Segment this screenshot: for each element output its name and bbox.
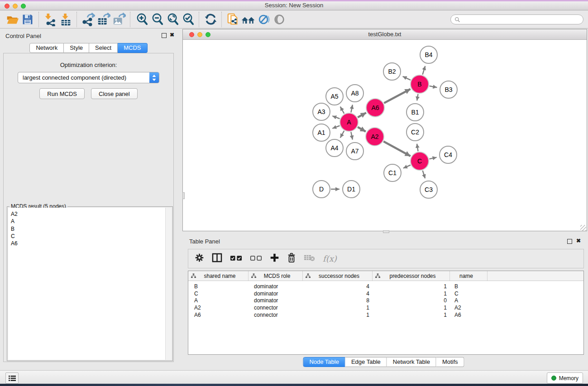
optimization-criterion-select[interactable]: largest connected component (directed) <box>18 72 159 83</box>
plus-icon <box>270 253 279 262</box>
mcds-result-list[interactable]: A2 A B C A6 <box>8 208 172 360</box>
float-table-panel-icon[interactable] <box>567 239 572 244</box>
show-columns-button[interactable] <box>212 253 222 264</box>
column-header-shared-name[interactable]: shared name <box>188 271 249 281</box>
tab-style[interactable]: Style <box>64 43 89 53</box>
graph-node-A3[interactable]: A3 <box>312 103 330 121</box>
table-row[interactable]: A6 connector 1 1 A6 <box>188 311 583 319</box>
graph-node-A6[interactable]: A6 <box>366 98 385 117</box>
graph-node-A5[interactable]: A5 <box>325 87 344 105</box>
duplicate-network-button[interactable] <box>225 12 241 27</box>
graph-node-B1[interactable]: B1 <box>406 103 424 121</box>
toolbar-separator <box>130 12 131 27</box>
import-network-icon <box>43 13 57 26</box>
tab-network-table[interactable]: Network Table <box>387 357 436 367</box>
float-panel-icon[interactable] <box>162 33 167 38</box>
run-mcds-button[interactable]: Run MCDS <box>39 88 85 99</box>
delete-column-button[interactable] <box>287 253 296 265</box>
hide-graphics-details-button[interactable] <box>256 12 272 27</box>
columns-icon <box>212 253 222 262</box>
result-scrollbar[interactable] <box>165 208 172 360</box>
graph-node-B4[interactable]: B4 <box>420 46 438 64</box>
column-header-predecessor-nodes[interactable]: predecessor nodes <box>373 271 450 281</box>
result-item[interactable]: C <box>8 233 172 240</box>
save-session-button[interactable] <box>20 12 35 27</box>
select-stepper-icon <box>149 72 159 83</box>
zoom-selected-icon <box>181 12 195 26</box>
graph-node-B[interactable]: B <box>410 75 429 94</box>
memory-button[interactable]: Memory <box>547 372 583 384</box>
result-item[interactable]: A6 <box>8 240 172 247</box>
tab-motifs[interactable]: Motifs <box>436 357 464 367</box>
delete-table-button[interactable] <box>304 254 315 263</box>
table-row[interactable]: B dominator 4 1 B <box>188 283 583 290</box>
network-window-titlebar[interactable]: testGlobe.txt <box>183 29 587 40</box>
export-table-button[interactable] <box>96 12 111 27</box>
eye-icon <box>272 13 286 26</box>
network-canvas[interactable]: AA1A2A3A4A5A6A7A8BB1B2B3B4CC1C2C3C4DD1 <box>183 40 587 231</box>
graph-node-B2[interactable]: B2 <box>383 62 401 81</box>
select-all-icon <box>230 255 242 261</box>
graph-node-A7[interactable]: A7 <box>346 142 364 160</box>
graph-node-D1[interactable]: D1 <box>342 180 360 198</box>
select-all-button[interactable] <box>230 255 242 263</box>
tab-select[interactable]: Select <box>89 43 118 53</box>
zoom-out-button[interactable] <box>149 12 165 27</box>
close-table-panel-icon[interactable]: ✖ <box>576 238 581 244</box>
graph-node-C3[interactable]: C3 <box>420 181 438 199</box>
open-recent-button[interactable] <box>241 12 256 27</box>
control-panel-tabs: Network Style Select MCDS <box>0 43 177 53</box>
task-history-button[interactable] <box>5 372 19 384</box>
table-row[interactable]: C dominator 4 1 C <box>188 290 583 297</box>
graph-node-A2[interactable]: A2 <box>365 127 384 146</box>
deselect-all-button[interactable] <box>250 255 262 263</box>
import-network-button[interactable] <box>43 12 58 27</box>
graph-node-C1[interactable]: C1 <box>383 164 402 182</box>
export-image-button[interactable] <box>111 12 127 27</box>
graph-node-A1[interactable]: A1 <box>312 124 330 142</box>
result-item[interactable]: A2 <box>8 210 172 218</box>
search-field[interactable] <box>450 14 583 24</box>
graph-node-C[interactable]: C <box>410 152 429 171</box>
tab-edge-table[interactable]: Edge Table <box>345 357 387 367</box>
splitter-handle-left[interactable] <box>182 192 185 199</box>
graph-node-B3[interactable]: B3 <box>440 81 458 99</box>
graph-node-D[interactable]: D <box>312 180 330 198</box>
open-session-button[interactable] <box>5 12 20 27</box>
result-item[interactable]: B <box>8 225 172 233</box>
tab-node-table[interactable]: Node Table <box>303 357 345 367</box>
zoom-in-button[interactable] <box>134 12 149 27</box>
close-panel-icon[interactable]: ✖ <box>170 32 174 38</box>
import-table-icon <box>59 13 72 26</box>
column-header-successor-nodes[interactable]: successor nodes <box>303 271 373 281</box>
function-builder-button[interactable]: f(x) <box>323 254 337 263</box>
result-item[interactable]: A <box>8 218 172 225</box>
export-network-button[interactable] <box>81 12 96 27</box>
table-row[interactable]: A dominator 8 0 A <box>188 297 583 304</box>
add-column-button[interactable] <box>270 253 279 264</box>
network-view-window: testGlobe.txt AA1A2A3A4A5A6A7A8BB1B2B3B4… <box>182 29 587 231</box>
close-panel-button[interactable]: Close panel <box>91 88 138 99</box>
refresh-layout-button[interactable] <box>203 12 218 27</box>
home-pair-icon <box>241 13 256 26</box>
graph-node-C4[interactable]: C4 <box>439 146 457 164</box>
graph-node-A4[interactable]: A4 <box>325 139 344 157</box>
zoom-selected-button[interactable] <box>180 12 196 27</box>
show-graphics-details-button[interactable] <box>272 12 287 27</box>
zoom-fit-button[interactable] <box>165 12 180 27</box>
search-input[interactable] <box>462 15 583 24</box>
table-panel: Table Panel ✖ <box>182 235 585 367</box>
graph-node-A[interactable]: A <box>339 113 359 132</box>
tab-network[interactable]: Network <box>29 43 64 53</box>
column-header-name[interactable]: name <box>450 271 488 281</box>
import-table-button[interactable] <box>58 12 73 27</box>
resize-grip[interactable] <box>580 225 586 231</box>
splitter-handle-bottom[interactable] <box>383 230 389 233</box>
column-header-mcds-role[interactable]: MCDS role <box>249 271 303 281</box>
hide-details-icon <box>257 13 271 26</box>
table-settings-button[interactable] <box>195 253 204 264</box>
graph-node-C2[interactable]: C2 <box>406 123 424 141</box>
tab-mcds[interactable]: MCDS <box>118 43 147 53</box>
graph-node-A8[interactable]: A8 <box>346 84 364 102</box>
table-row[interactable]: A2 connector 1 1 A2 <box>188 304 583 311</box>
